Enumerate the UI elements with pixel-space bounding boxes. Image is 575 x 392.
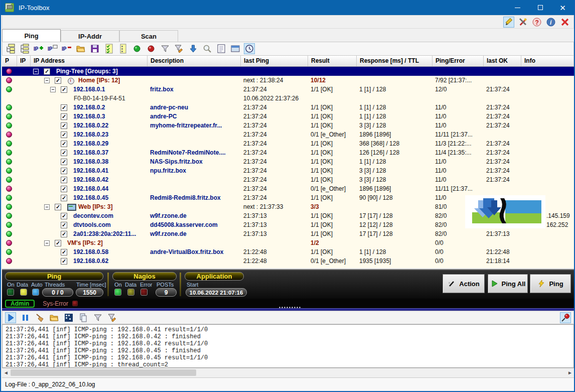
row-checkbox[interactable]: ✓ — [61, 177, 67, 183]
table-row[interactable]: F0-B0-14-19-F4-5110.06.2022 21:37:26 — [2, 94, 574, 103]
arrow-down-icon[interactable] — [188, 43, 199, 54]
table-row[interactable]: ✓192.168.0.2921:37:241/1 [OK]368 [368] /… — [2, 139, 574, 148]
column-header[interactable]: Description — [148, 56, 241, 66]
row-checkbox[interactable]: ✓ — [61, 122, 67, 129]
panel-view-icon[interactable] — [230, 43, 241, 54]
folder-open-icon[interactable] — [75, 43, 86, 54]
table-row[interactable]: ✓192.168.0.41npu.fritz.box21:37:241/1 [O… — [2, 166, 574, 175]
ping-button[interactable]: Ping — [530, 274, 571, 293]
tree-expander[interactable] — [33, 69, 39, 74]
scroll-thumb[interactable] — [11, 369, 196, 376]
row-checkbox[interactable]: ✓ — [61, 213, 67, 219]
help-icon[interactable]: ? — [531, 17, 542, 28]
table-row[interactable]: ✓192.168.0.2321:37:240/1 [e_Other]1896 [… — [2, 130, 574, 139]
tools-icon[interactable] — [517, 17, 528, 28]
minimize-button[interactable] — [506, 0, 529, 15]
clock-icon[interactable] — [244, 43, 255, 54]
row-checkbox[interactable]: ✓ — [61, 186, 67, 192]
table-row[interactable]: ✓192.168.0.6221:22:480/1 [e_Other]1935 [… — [2, 256, 574, 266]
column-header[interactable]: last OK — [484, 56, 521, 66]
log-output[interactable]: 21:37:26,441 [inf] ICMP-ping : 192.168.0… — [2, 324, 574, 368]
scroll-right-arrow[interactable]: ► — [566, 369, 574, 376]
tab-scan[interactable]: Scan — [119, 30, 178, 42]
tab-ping[interactable]: Ping — [2, 29, 61, 42]
tree-expand-icon[interactable] — [19, 43, 30, 54]
action-button[interactable]: Action — [443, 274, 485, 293]
row-checkbox[interactable]: ✓ — [55, 240, 61, 246]
filter-edit-icon[interactable] — [107, 312, 118, 323]
row-checkbox[interactable]: ✓ — [61, 104, 67, 111]
row-checkbox[interactable]: ✓ — [61, 231, 67, 237]
ip-remove-icon[interactable]: IP — [61, 43, 72, 54]
close-red-icon[interactable] — [559, 17, 570, 28]
tree-expander[interactable] — [44, 240, 50, 246]
column-header[interactable]: Result — [308, 56, 357, 66]
row-checkbox[interactable]: ✓ — [44, 68, 50, 75]
save-icon[interactable] — [89, 43, 100, 54]
filter-icon[interactable] — [160, 43, 171, 54]
log-view-icon[interactable] — [216, 43, 227, 54]
table-row[interactable]: ✓192.168.0.4221:37:241/1 [OK]3 [3] / 128… — [2, 175, 574, 184]
row-checkbox[interactable]: ✓ — [61, 141, 67, 147]
edit-pencil-icon[interactable] — [503, 17, 514, 28]
row-checkbox[interactable]: ✓ — [61, 195, 67, 201]
table-row[interactable]: ✓192.168.0.4421:37:240/1 [e_Other]1896 [… — [2, 184, 574, 193]
tab-admin[interactable]: Admin — [5, 300, 35, 308]
ip-add-icon[interactable]: IP — [33, 43, 44, 54]
row-checkbox[interactable]: ✓ — [61, 150, 67, 156]
table-row[interactable]: ✓192.168.0.37RedmiNote7-RedmiNote....21:… — [2, 148, 574, 157]
tree-collapse-icon[interactable] — [5, 43, 16, 54]
pin-icon[interactable] — [560, 312, 571, 323]
pause-icon[interactable] — [20, 312, 31, 323]
column-header[interactable]: Info — [521, 56, 574, 66]
scroll-left-arrow[interactable]: ◄ — [2, 369, 10, 376]
info-icon[interactable]: i — [545, 17, 556, 28]
column-header[interactable]: IP Address — [31, 56, 148, 66]
column-header[interactable]: P — [2, 56, 17, 66]
maximize-button[interactable] — [529, 0, 551, 15]
table-row[interactable]: ✓VM's [IPs: 2]1/20/0 — [2, 238, 574, 247]
tab-ip-addr[interactable]: IP-Addr — [61, 30, 119, 42]
tree-expander[interactable] — [50, 87, 56, 92]
table-row[interactable]: ✓Home [IPs: 12]next : 21:38:2410/127/92 … — [2, 76, 574, 85]
row-checkbox[interactable]: ✓ — [61, 132, 67, 138]
row-checkbox[interactable]: ✓ — [61, 249, 67, 255]
log-h-scrollbar[interactable]: ◄ ► — [2, 368, 574, 376]
stop-red-icon[interactable] — [146, 43, 157, 54]
column-header[interactable]: Ping/Error — [433, 56, 484, 66]
splitter-grip[interactable] — [278, 307, 302, 308]
table-row[interactable]: ✓192.168.0.38NAS-Sips.fritz.box21:37:241… — [2, 157, 574, 166]
column-header[interactable]: last Ping — [241, 56, 308, 66]
copy-icon[interactable] — [78, 312, 89, 323]
table-row[interactable]: ✓2a01:238:20a:202:11...w9f.rzone.de21:37… — [2, 229, 574, 238]
close-button[interactable]: ✕ — [551, 0, 574, 15]
clean-icon[interactable] — [34, 312, 45, 323]
table-row[interactable]: ✓192.168.0.1fritz.box21:37:241/1 [OK]1 [… — [2, 85, 574, 94]
row-checkbox[interactable]: ✓ — [61, 86, 67, 93]
table-row[interactable]: ✓192.168.0.3andre-PC21:37:241/1 [OK]1 [1… — [2, 112, 574, 121]
tree-expander[interactable] — [44, 78, 50, 83]
row-checkbox[interactable]: ✓ — [61, 258, 67, 265]
ping-all-button[interactable]: Ping All — [488, 274, 528, 293]
row-checkbox[interactable]: ✓ — [61, 222, 67, 228]
play-icon[interactable] — [5, 312, 16, 323]
folder-open-icon[interactable] — [49, 312, 60, 323]
grid-icon[interactable] — [63, 312, 74, 323]
row-checkbox[interactable]: ✓ — [61, 168, 67, 174]
tree-expander[interactable] — [44, 204, 50, 210]
checklist-icon[interactable] — [103, 43, 114, 54]
table-row[interactable]: ✓192.168.0.22myhome-fritzrepeater.fr...2… — [2, 121, 574, 130]
start-green-icon[interactable] — [131, 43, 142, 54]
list-view-icon[interactable] — [117, 43, 128, 54]
filter-edit-icon[interactable] — [174, 43, 185, 54]
ip-edit-icon[interactable]: IP — [47, 43, 58, 54]
search-icon[interactable] — [202, 43, 213, 54]
table-row[interactable]: ✓192.168.0.2andre-pc-neu21:37:241/1 [OK]… — [2, 103, 574, 112]
row-checkbox[interactable]: ✓ — [61, 159, 67, 165]
row-checkbox[interactable]: ✓ — [61, 113, 67, 120]
row-checkbox[interactable]: ✓ — [55, 77, 61, 84]
table-row[interactable]: ✓Ping-Tree [Groups: 3] — [2, 67, 574, 76]
row-checkbox[interactable]: ✓ — [55, 204, 61, 210]
column-header[interactable]: Response [ms] / TTL — [357, 56, 433, 66]
filter-icon[interactable] — [92, 312, 103, 323]
